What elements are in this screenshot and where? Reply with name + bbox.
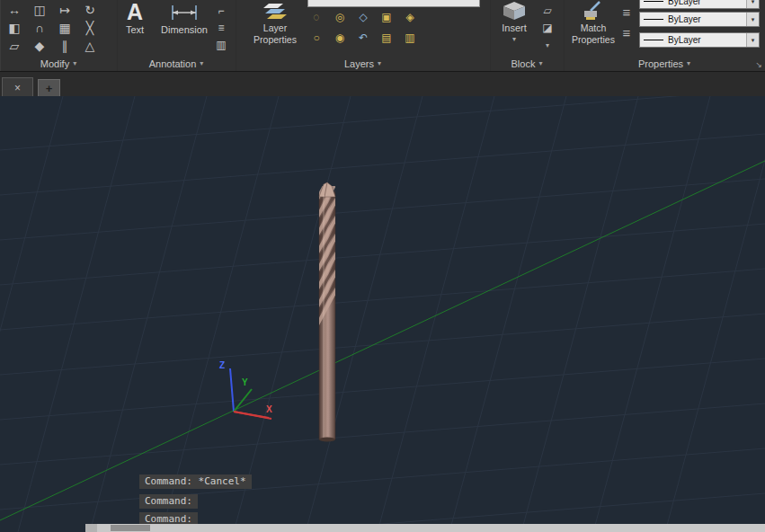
chevron-down-icon: ▾ xyxy=(512,35,516,43)
block-attributes-icon[interactable]: ◪ xyxy=(538,20,556,36)
ucs-x-axis xyxy=(234,412,269,418)
panel-label-text: Layers xyxy=(344,58,374,69)
lineweight-value: ByLayer xyxy=(668,34,746,46)
layer-properties-button[interactable]: Layer Properties xyxy=(248,0,302,56)
dialog-launcher-icon[interactable]: ↘ xyxy=(755,60,762,69)
scrollbar-left-button[interactable] xyxy=(85,524,97,532)
viewport[interactable]: Z Y X Command: *Cancel* Command: Command… xyxy=(0,96,765,532)
linetype-value: ByLayer xyxy=(668,13,746,25)
chevron-down-icon[interactable]: ▾ xyxy=(746,33,759,47)
chevron-down-icon: ▾ xyxy=(200,59,203,67)
match-properties-icon xyxy=(582,0,605,22)
leader-icon[interactable]: ⌐ xyxy=(212,3,230,19)
scrollbar-thumb[interactable] xyxy=(111,525,150,531)
chevron-down-icon[interactable]: ▾ xyxy=(746,0,759,8)
chevron-down-icon: ▾ xyxy=(687,59,690,67)
match-properties-label-1: Match xyxy=(581,23,607,33)
panel-label-modify[interactable]: Modify ▾ xyxy=(0,56,117,71)
move-icon[interactable]: ↔ xyxy=(4,1,25,19)
ucs-y-label: Y xyxy=(242,377,248,387)
drawing-tab[interactable]: × xyxy=(2,77,33,97)
scale-icon[interactable]: △ xyxy=(79,37,101,55)
panel-label-text: Modify xyxy=(40,58,69,69)
chevron-down-icon: ▾ xyxy=(73,59,76,67)
layer-on-icon[interactable]: ○ xyxy=(307,30,325,46)
panel-label-layers[interactable]: Layers ▾ xyxy=(236,56,490,71)
plus-icon: + xyxy=(46,82,53,95)
panel-label-text: Block xyxy=(511,58,536,69)
linetype-dropdown[interactable]: ByLayer ▾ xyxy=(639,12,760,27)
chevron-down-icon[interactable]: ▾ xyxy=(746,13,759,26)
offset-icon[interactable]: ∥ xyxy=(54,37,76,55)
layer-match-icon[interactable]: ◈ xyxy=(401,9,419,25)
panel-label-text: Annotation xyxy=(149,58,197,69)
text-style-icon[interactable]: ≡ xyxy=(212,20,230,36)
layer-off-icon[interactable]: ◌ xyxy=(307,9,325,25)
layer-properties-label-1: Layer xyxy=(263,23,287,33)
ucs-icon[interactable]: Z Y X xyxy=(219,360,272,418)
match-properties-label-2: Properties xyxy=(572,35,615,45)
horizontal-scrollbar[interactable] xyxy=(85,524,765,532)
layer-previous-icon[interactable]: ↶ xyxy=(354,30,372,46)
layer-properties-icon xyxy=(262,0,289,22)
y-axis-line xyxy=(0,161,765,520)
panel-label-block[interactable]: Block ▾ xyxy=(490,56,564,71)
ucs-z-label: Z xyxy=(219,360,225,370)
object-color-dropdown[interactable]: ByLayer ▾ xyxy=(639,0,760,9)
layer-lock-icon[interactable]: ▣ xyxy=(378,9,396,25)
trim-icon[interactable]: ╳ xyxy=(79,19,101,37)
new-drawing-tab-button[interactable]: + xyxy=(38,79,60,97)
command-history-line: Command: *Cancel* xyxy=(139,474,252,489)
dimension-button[interactable]: Dimension xyxy=(156,0,212,56)
fillet-icon[interactable]: ∩ xyxy=(29,19,50,37)
tab-close-icon[interactable]: × xyxy=(14,82,21,94)
properties-list-icon[interactable]: ≡ xyxy=(618,4,636,20)
table-icon[interactable]: ▥ xyxy=(212,37,230,53)
text-button-label: Text xyxy=(126,24,144,35)
block-edit-icon[interactable]: ▱ xyxy=(538,3,556,19)
file-tab-bar: × + xyxy=(0,72,765,97)
insert-block-icon xyxy=(502,0,527,22)
layer-walk-icon[interactable]: ▤ xyxy=(378,30,396,46)
ribbon-panel-annotation: A Text Dimension ⌐ ≡ ▥ Annotation ▾ xyxy=(117,0,236,71)
stretch-icon[interactable]: ↦ xyxy=(54,1,76,19)
ribbon: ↔ ◫ ↦ ↻ ◧ ∩ ▦ ╳ ▱ ◆ ∥ △ Modify ▾ A Text xyxy=(0,0,765,72)
layer-state-icon[interactable]: ▥ xyxy=(401,30,419,46)
match-properties-button[interactable]: Match Properties xyxy=(569,0,618,56)
ribbon-panel-modify: ↔ ◫ ↦ ↻ ◧ ∩ ▦ ╳ ▱ ◆ ∥ △ Modify ▾ xyxy=(0,0,118,71)
ucs-x-label: X xyxy=(266,404,272,414)
erase-icon[interactable]: ▱ xyxy=(4,37,25,55)
text-button[interactable]: A Text xyxy=(117,0,153,56)
copy-icon[interactable]: ◫ xyxy=(29,1,50,19)
array-icon[interactable]: ▦ xyxy=(54,19,76,37)
layer-dropdown-cutoff[interactable] xyxy=(307,0,480,7)
ribbon-panel-block: Insert ▾ ▱ ◪ ▾ Block ▾ xyxy=(490,0,565,71)
panel-label-properties[interactable]: Properties ▾ xyxy=(564,56,765,71)
layer-unisolate-icon[interactable]: ◉ xyxy=(331,30,349,46)
layer-isolate-icon[interactable]: ◎ xyxy=(331,9,349,25)
color-swatch xyxy=(644,1,663,2)
ucs-z-axis xyxy=(230,368,234,412)
chevron-down-icon: ▾ xyxy=(538,59,542,67)
lineweight-swatch xyxy=(644,40,663,40)
rotate-icon[interactable]: ↻ xyxy=(79,1,101,19)
object-color-value: ByLayer xyxy=(668,0,746,7)
insert-button[interactable]: Insert ▾ xyxy=(494,0,535,56)
layer-properties-label-2: Properties xyxy=(254,35,297,45)
ribbon-panel-properties: Match Properties ≡ ≡ ByLayer ▾ ByLayer ▾… xyxy=(564,0,765,71)
autocad-window: ↔ ◫ ↦ ↻ ◧ ∩ ▦ ╳ ▱ ◆ ∥ △ Modify ▾ A Text xyxy=(0,0,765,532)
lineweight-dropdown[interactable]: ByLayer ▾ xyxy=(639,32,760,48)
dimension-button-label: Dimension xyxy=(161,24,208,35)
explode-icon[interactable]: ◆ xyxy=(29,37,50,55)
drill-bit-model[interactable] xyxy=(315,157,340,442)
chevron-down-icon[interactable]: ▾ xyxy=(538,37,556,53)
insert-button-label: Insert xyxy=(502,22,527,33)
linetype-list-icon[interactable]: ≡ xyxy=(618,24,636,40)
mirror-icon[interactable]: ◧ xyxy=(4,19,25,37)
panel-label-annotation[interactable]: Annotation ▾ xyxy=(117,56,236,71)
chevron-down-icon: ▾ xyxy=(378,59,381,67)
dimension-icon xyxy=(169,0,200,23)
text-icon: A xyxy=(127,0,143,23)
layer-freeze-icon[interactable]: ◇ xyxy=(354,9,372,25)
command-history-line: Command: xyxy=(139,494,198,509)
